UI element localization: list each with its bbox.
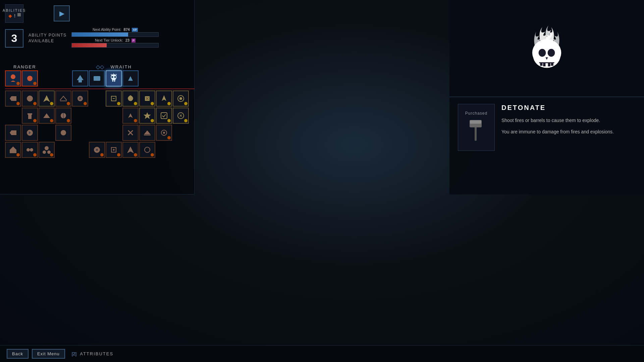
skill-w3-3[interactable] (156, 108, 172, 124)
skill-row-2 (5, 90, 195, 107)
abilities-tab[interactable]: ABILITIES ◆ ! (5, 4, 23, 23)
svg-point-28 (45, 146, 49, 150)
spacer-r4-4 (106, 125, 122, 141)
skill-small-panel: Purchased (458, 104, 495, 151)
abilities-label: ABILITIES (3, 8, 26, 12)
skill-r3-3[interactable] (55, 108, 71, 124)
skill-icon-w3[interactable] (106, 70, 122, 86)
skill-r4-1[interactable] (5, 125, 21, 141)
spacer-r4-2 (72, 125, 88, 141)
skill-w5-4[interactable] (139, 142, 155, 158)
svg-point-27 (30, 148, 33, 152)
svg-point-35 (539, 49, 546, 57)
lock-w5-1 (100, 153, 104, 157)
svg-point-26 (26, 148, 30, 152)
skill-r5-1[interactable] (5, 142, 21, 158)
skill-tree-grid (5, 70, 195, 159)
skill-r2-3[interactable] (39, 90, 55, 107)
svg-point-32 (145, 147, 150, 153)
skill-r5-2[interactable] (22, 142, 38, 158)
lock-w2-5 (184, 102, 187, 105)
skill-row-4 (5, 125, 195, 141)
lock-2-2 (33, 102, 37, 105)
lock-2-1 (16, 102, 20, 105)
diamond-icon: ◆ (8, 13, 12, 18)
skill-icon-r1[interactable] (5, 70, 21, 86)
lock-w3-4 (184, 119, 187, 122)
exit-menu-button[interactable]: Exit Menu (32, 349, 65, 359)
lock-2-5 (84, 102, 87, 105)
lock-2-4 (67, 102, 70, 105)
lock-w3-2 (151, 119, 154, 122)
skill-w4-2[interactable] (139, 125, 155, 141)
skill-icon-w2[interactable] (89, 70, 105, 86)
svg-point-8 (114, 76, 116, 78)
xp-fill (72, 33, 128, 37)
skill-r2-5[interactable] (72, 90, 88, 107)
skill-w5-2[interactable] (106, 142, 122, 158)
points-label-2: AVAILABLE (29, 38, 66, 44)
svg-rect-19 (161, 113, 167, 119)
header: ABILITIES ◆ ! ▶ (0, 0, 195, 27)
skill-r2-1[interactable] (5, 90, 21, 107)
skill-icon-w4[interactable] (122, 70, 139, 86)
ability-points-section: 3 ABILITY POINTS AVAILABLE Next Ability … (5, 27, 190, 49)
skill-w2-3[interactable] (139, 90, 155, 107)
spacer-r5-2 (72, 142, 88, 158)
lock-w3-3 (167, 119, 171, 122)
xp-badge: XP (132, 28, 138, 32)
skill-desc-1: Shoot fires or barrels to cause them to … (501, 117, 636, 124)
skill-w5-1[interactable] (89, 142, 105, 158)
skill-row-1 (5, 70, 195, 86)
skill-r4-3[interactable] (55, 125, 71, 141)
lock-w4-3 (167, 136, 171, 139)
skill-detail-panel: Purchased DETONATE Shoot fires or barrel… (449, 0, 644, 194)
skill-icon-large (449, 0, 644, 97)
skill-w4-1[interactable] (122, 125, 139, 141)
skill-w2-4[interactable] (156, 90, 172, 107)
skill-w2-5[interactable] (173, 90, 189, 107)
svg-point-9 (27, 96, 33, 102)
skill-r3-1[interactable] (22, 108, 38, 124)
lock-r5-3 (50, 153, 53, 157)
skill-r5-3[interactable] (39, 142, 55, 158)
skill-r3-2[interactable] (39, 108, 55, 124)
lock-r5-2 (33, 153, 37, 157)
lock-r3-1 (33, 119, 37, 122)
skill-w5-3[interactable] (122, 142, 139, 158)
tier-divider (5, 88, 195, 89)
spacer-row2-1 (89, 90, 105, 107)
svg-rect-39 (470, 120, 481, 124)
skill-w4-3[interactable] (156, 125, 172, 141)
skill-r2-2[interactable] (22, 90, 38, 107)
lock-2-3 (50, 102, 53, 105)
svg-point-7 (111, 76, 113, 78)
back-button[interactable]: Back (7, 349, 29, 359)
attributes-key: [2] (72, 351, 76, 356)
play-button[interactable]: ▶ (54, 5, 70, 21)
spacer-r3-1 (72, 108, 88, 124)
wraith-label: WRAITH (111, 64, 193, 69)
spacer-r3-3 (106, 108, 122, 124)
skill-w3-1[interactable] (122, 108, 139, 124)
skill-w2-1[interactable] (106, 90, 122, 107)
skill-text-panel: DETONATE Shoot fires or barrels to cause… (501, 104, 636, 188)
points-label-1: ABILITY POINTS (29, 33, 66, 38)
skill-w2-2[interactable] (122, 90, 139, 107)
progress-section: Next Ability Point: 874 XP Next Tier Unl… (71, 27, 190, 49)
xp-bar-container: Next Ability Point: 874 XP (71, 27, 159, 37)
skill-icon-w1[interactable] (72, 70, 88, 86)
skill-item-icon (465, 117, 488, 144)
skill-r2-4[interactable] (55, 90, 71, 107)
points-number: 3 (5, 29, 23, 48)
skill-r4-2[interactable] (22, 125, 38, 141)
lock-w2-4 (167, 102, 171, 105)
svg-point-15 (179, 97, 182, 100)
lock-w5-3 (134, 153, 137, 157)
square-icon (17, 13, 21, 16)
skill-w3-4[interactable] (173, 108, 189, 124)
skill-icon-r2[interactable] (22, 70, 38, 86)
skill-row-5 (5, 142, 195, 158)
lock-w2-3 (151, 102, 154, 105)
skill-w3-2[interactable] (139, 108, 155, 124)
